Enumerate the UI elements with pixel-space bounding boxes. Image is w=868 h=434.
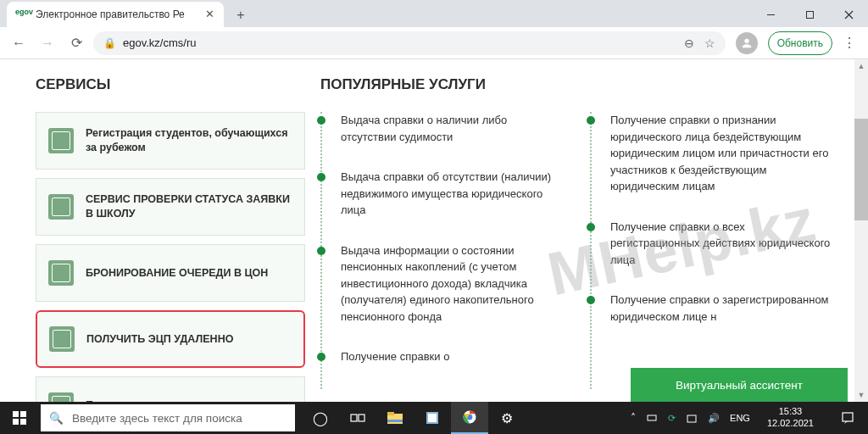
app-icon[interactable] [414,402,451,434]
taskbar-apps: ◯ ⚙ [302,402,526,434]
window-minimize-button[interactable] [751,2,790,27]
bookmark-icon[interactable]: ☆ [704,36,715,50]
system-tray: ˄ ⟳ 🔊 ENG 15:33 12.02.2021 [631,402,868,434]
service-icon [48,260,74,286]
popular-item[interactable]: Получение справки о всех регистрационных… [592,219,834,292]
popular-item[interactable]: Выдача справки о наличии либо отсутствии… [322,112,565,169]
service-label: БРОНИРОВАНИЕ ОЧЕРЕДИ В ЦОН [86,266,268,281]
tray-sync-icon[interactable]: ⟳ [668,413,676,424]
services-heading: СЕРВИСЫ [36,76,305,93]
service-icon [48,194,74,220]
search-placeholder: Введите здесь текст для поиска [72,412,242,425]
tray-lang[interactable]: ENG [730,413,750,423]
popular-item[interactable]: Выдача справки об отсутствии (наличии) н… [322,169,565,242]
cortana-icon[interactable]: ◯ [302,402,339,434]
window-close-button[interactable] [829,2,868,27]
tray-network-icon[interactable] [686,412,698,424]
service-card[interactable]: Поиск наличия залога движимого [36,376,305,402]
service-icon [49,326,75,352]
svg-rect-11 [428,414,437,422]
service-card[interactable]: Регистрация студентов, обучающихся за ру… [36,112,305,170]
service-card[interactable]: ПОЛУЧИТЬ ЭЦП УДАЛЕННО [36,310,305,368]
service-card[interactable]: БРОНИРОВАНИЕ ОЧЕРЕДИ В ЦОН [36,244,305,302]
tray-clock[interactable]: 15:33 12.02.2021 [760,406,821,430]
chrome-icon[interactable] [451,402,488,434]
task-view-icon[interactable] [339,402,376,434]
browser-title-bar: egov Электронное правительство Ре ✕ + [0,0,868,27]
browser-toolbar: ← → ⟳ 🔒 egov.kz/cms/ru ⊖ ☆ Обновить ⋮ [0,27,868,59]
scrollbar-up-icon[interactable]: ▲ [854,59,868,73]
popular-column: ПОПУЛЯРНЫЕ УСЛУГИ Выдача справки о налич… [305,76,868,402]
popular-item[interactable]: Получение справки о [322,348,565,389]
back-button[interactable]: ← [7,31,31,55]
search-icon: 🔍 [49,411,64,425]
tray-overflow-icon[interactable]: ˄ [631,412,636,424]
svg-rect-9 [387,420,403,422]
svg-rect-15 [687,415,696,422]
svg-rect-8 [387,412,394,415]
svg-rect-6 [359,415,364,421]
virtual-assistant-button[interactable]: Виртуальный ассистент [631,368,848,402]
window-maximize-button[interactable] [790,2,829,27]
browser-tab[interactable]: egov Электронное правительство Ре ✕ [7,2,224,27]
svg-rect-16 [843,413,853,421]
popular-item[interactable]: Получение справки о признании юридическо… [592,112,834,219]
profile-avatar[interactable] [736,32,758,54]
service-icon [48,128,74,153]
popular-item[interactable]: Получение справки о зарегистрированном ю… [592,292,834,348]
tray-icon[interactable] [646,412,658,424]
start-button[interactable] [0,402,39,434]
lock-icon: 🔒 [103,37,116,49]
scrollbar-down-icon[interactable]: ▼ [854,388,868,402]
popular-list-right: Получение справки о признании юридическо… [590,112,834,389]
page-content: СЕРВИСЫ Регистрация студентов, обучающих… [0,59,868,402]
update-button[interactable]: Обновить [768,31,832,55]
popular-heading: ПОПУЛЯРНЫЕ УСЛУГИ [320,76,834,93]
svg-rect-5 [351,415,357,421]
window-controls [751,2,868,27]
service-label: СЕРВИС ПРОВЕРКИ СТАТУСА ЗАЯВКИ В ШКОЛУ [86,192,292,221]
forward-button[interactable]: → [36,31,59,55]
settings-icon[interactable]: ⚙ [488,402,526,434]
browser-menu-button[interactable]: ⋮ [837,31,861,55]
scrollbar-thumb[interactable] [854,119,868,220]
service-icon [48,392,74,402]
popular-item[interactable]: Выдача информации о состоянии пенсионных… [322,242,565,349]
explorer-icon[interactable] [376,402,414,434]
favicon: egov [15,8,29,21]
action-center-icon[interactable] [831,402,865,434]
zoom-icon[interactable]: ⊖ [684,36,694,50]
services-column: СЕРВИСЫ Регистрация студентов, обучающих… [36,76,305,402]
reload-button[interactable]: ⟳ [64,31,88,55]
tray-volume-icon[interactable]: 🔊 [708,413,720,424]
service-label: ПОЛУЧИТЬ ЭЦП УДАЛЕННО [86,332,233,347]
svg-rect-14 [648,415,656,420]
taskbar-search[interactable]: 🔍 Введите здесь текст для поиска [41,404,295,431]
svg-point-4 [744,38,748,42]
page-scrollbar[interactable]: ▲ ▼ [854,59,868,402]
address-bar[interactable]: 🔒 egov.kz/cms/ru ⊖ ☆ [93,31,726,55]
service-card[interactable]: СЕРВИС ПРОВЕРКИ СТАТУСА ЗАЯВКИ В ШКОЛУ [36,178,305,236]
svg-rect-1 [806,11,813,18]
url-text: egov.kz/cms/ru [123,36,196,49]
tab-title: Электронное правительство Ре [36,8,203,20]
service-label: Регистрация студентов, обучающихся за ру… [86,126,292,155]
new-tab-button[interactable]: + [229,3,253,27]
popular-list-left: Выдача справки о наличии либо отсутствии… [320,112,565,389]
windows-taskbar: 🔍 Введите здесь текст для поиска ◯ ⚙ ˄ ⟳… [0,402,868,434]
tab-close-icon[interactable]: ✕ [203,8,215,20]
